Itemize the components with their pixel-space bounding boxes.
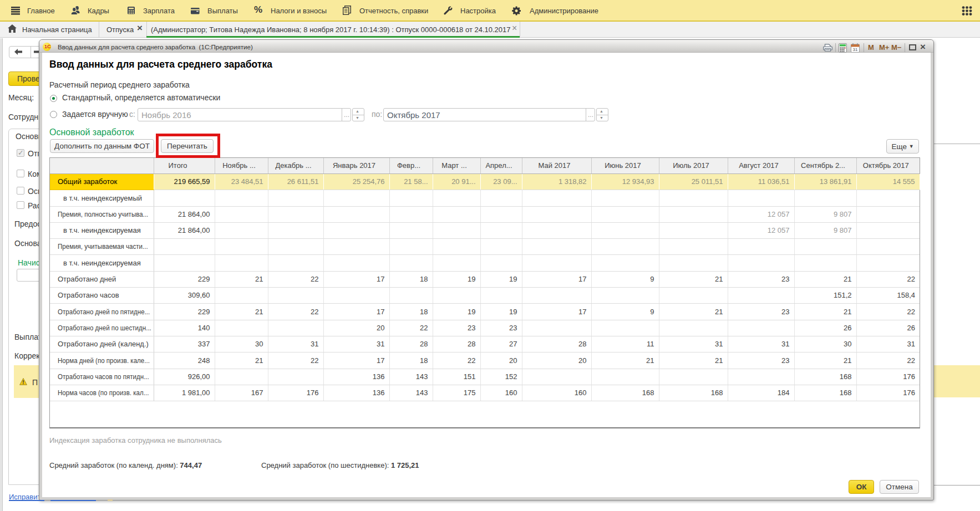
svg-text:31: 31 <box>853 47 858 52</box>
